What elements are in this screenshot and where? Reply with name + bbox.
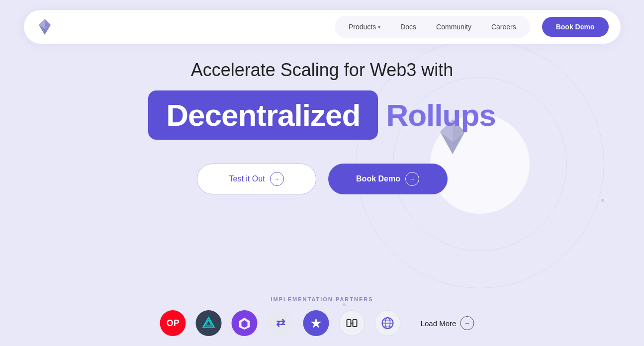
- hero-subtitle: Accelerate Scaling for Web3 with: [191, 60, 454, 81]
- test-it-out-button[interactable]: Test it Out →: [197, 164, 316, 194]
- svg-rect-14: [353, 320, 357, 327]
- svg-marker-8: [203, 318, 214, 327]
- load-more-button[interactable]: Load More →: [411, 310, 484, 336]
- hero-title-rollups: Rollups: [386, 97, 495, 133]
- partner-nitro[interactable]: [303, 310, 329, 336]
- partner-arbitrum[interactable]: [196, 310, 222, 336]
- arbitrum-icon: [202, 316, 216, 330]
- world-icon: [381, 316, 395, 330]
- nav-item-careers[interactable]: Careers: [481, 19, 526, 35]
- chevron-down-icon: ▾: [378, 24, 380, 30]
- arrow-right-icon: →: [405, 172, 419, 186]
- gnosis-icon: ⇄: [276, 317, 285, 330]
- nav-item-docs[interactable]: Docs: [390, 19, 426, 35]
- polygon-icon: [238, 316, 252, 330]
- logo-icon: [36, 18, 54, 36]
- partners-logos: OP ⇄: [160, 310, 484, 336]
- partners-label: IMPLEMENTATION PARTNERS: [271, 296, 373, 302]
- svg-marker-12: [311, 318, 322, 328]
- lattice-icon: [345, 316, 360, 331]
- partner-gnosis[interactable]: ⇄: [268, 310, 293, 336]
- nav-item-community[interactable]: Community: [426, 19, 481, 35]
- navbar: Products ▾ Docs Community Careers Book D…: [24, 10, 621, 44]
- hero-title-decentralized: Decentralized: [166, 98, 360, 132]
- partner-world[interactable]: [375, 310, 401, 336]
- navbar-book-demo-button[interactable]: Book Demo: [542, 17, 609, 37]
- partner-lattice[interactable]: [339, 310, 365, 336]
- partners-section: IMPLEMENTATION PARTNERS OP ⇄: [0, 296, 644, 336]
- arrow-right-icon: →: [270, 172, 284, 186]
- svg-rect-13: [347, 320, 351, 327]
- navbar-nav: Products ▾ Docs Community Careers: [335, 16, 530, 38]
- partner-op[interactable]: OP: [160, 310, 186, 336]
- nav-item-products[interactable]: Products ▾: [339, 19, 390, 35]
- hero-title-box: Decentralized: [148, 90, 378, 140]
- hero-title-row: Decentralized Rollups: [148, 90, 495, 140]
- hero-buttons: Test it Out → Book Demo →: [197, 164, 448, 194]
- hero-section: Accelerate Scaling for Web3 with Decentr…: [0, 60, 644, 224]
- logo[interactable]: [36, 18, 54, 36]
- arrow-right-icon: →: [460, 316, 474, 330]
- partner-polygon[interactable]: [232, 310, 258, 336]
- hero-book-demo-button[interactable]: Book Demo →: [328, 164, 448, 194]
- nitro-icon: [310, 317, 323, 330]
